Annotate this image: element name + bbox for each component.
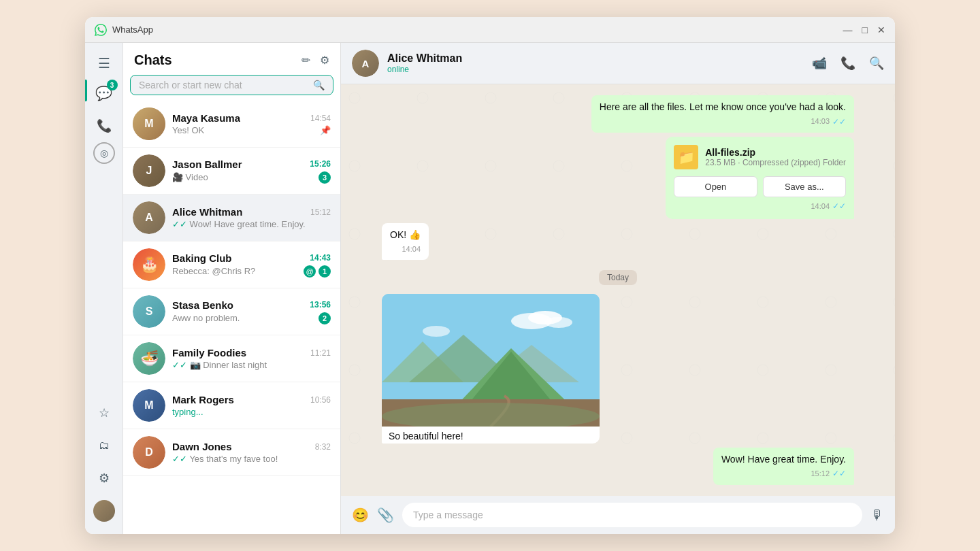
- date-divider: Today: [382, 271, 854, 283]
- unread-badge-jason: 3: [318, 171, 331, 184]
- avatar-maya: M: [133, 107, 165, 140]
- nav-bottom: ☆ 🗂 ⚙: [91, 399, 118, 527]
- nav-chats[interactable]: 💬 3: [91, 80, 118, 107]
- app-title: WhatsApp: [112, 24, 843, 35]
- emoji-icon[interactable]: 😊: [352, 507, 369, 523]
- chat-preview-jason: 🎥 Video: [172, 172, 318, 182]
- chat-item-stasa[interactable]: S Stasa Benko 13:56 Aww no problem. 2: [123, 288, 340, 335]
- new-chat-icon[interactable]: ✏: [301, 54, 310, 67]
- nav-status[interactable]: ◎: [93, 142, 115, 164]
- chat-item-maya[interactable]: M Maya Kasuma 14:54 Yes! OK 📌: [123, 101, 340, 148]
- unread-badge-stasa: 2: [318, 312, 331, 324]
- chat-time-maya: 14:54: [310, 114, 331, 123]
- msg-3-text: OK! 👍: [390, 229, 421, 240]
- chat-area: A Alice Whitman online 📹 📞 🔍 Here are al…: [341, 43, 895, 534]
- active-indicator: [85, 80, 87, 101]
- chat-preview-alice: ✓✓ Wow! Have great time. Enjoy.: [172, 219, 331, 229]
- chat-preview-mark: typing...: [172, 407, 331, 417]
- nav-profile[interactable]: [91, 497, 118, 524]
- chat-time-mark: 10:56: [310, 395, 331, 405]
- search-bar: 🔍: [130, 75, 333, 95]
- msg-1-text: Here are all the files. Let me know once…: [600, 101, 846, 112]
- chat-list-panel: Chats ✏ ⚙ 🔍 M Maya Kasuma: [123, 43, 341, 534]
- msg-2-time: 14:04: [811, 202, 830, 210]
- msg-6-time: 15:12: [811, 469, 830, 479]
- chat-header-avatar[interactable]: A: [352, 50, 379, 77]
- chat-info-mark: Mark Rogers 10:56 typing...: [172, 394, 331, 417]
- chat-item-family[interactable]: 🍜 Family Foodies 11:21 ✓✓ 📷 Dinner last …: [123, 335, 340, 382]
- voice-call-icon[interactable]: 📞: [840, 56, 855, 71]
- chat-item-dawn[interactable]: D Dawn Jones 8:32 ✓✓ Yes that's my fave …: [123, 429, 340, 476]
- avatar-alice: A: [133, 201, 165, 234]
- chat-header-name: Alice Whitman: [387, 52, 804, 65]
- chat-name-family: Family Foodies: [172, 347, 246, 358]
- chat-header: A Alice Whitman online 📹 📞 🔍: [341, 43, 895, 84]
- video-call-icon[interactable]: 📹: [812, 56, 827, 71]
- maximize-button[interactable]: □: [862, 25, 868, 35]
- nav-archive[interactable]: 🗂: [91, 432, 118, 459]
- chat-list-title: Chats: [134, 52, 172, 68]
- nav-starred[interactable]: ☆: [91, 399, 118, 427]
- chat-name-mark: Mark Rogers: [172, 394, 234, 405]
- msg-1-time: 14:03: [811, 116, 830, 127]
- chat-info-family: Family Foodies 11:21 ✓✓ 📷 Dinner last ni…: [172, 347, 331, 370]
- chat-info-jason: Jason Ballmer 15:26 🎥 Video 3: [172, 158, 331, 184]
- chat-item-mark[interactable]: M Mark Rogers 10:56 typing...: [123, 382, 340, 429]
- file-actions: Open Save as...: [674, 176, 846, 197]
- avatar-mark: M: [133, 389, 165, 422]
- chat-name-maya: Maya Kasuma: [172, 112, 240, 124]
- avatar-stasa: S: [133, 295, 165, 328]
- chat-messages: Here are all the files. Let me know once…: [341, 84, 895, 496]
- message-input[interactable]: [402, 503, 862, 527]
- chat-time-family: 11:21: [310, 348, 331, 358]
- chat-info-baking: Baking Club 14:43 Rebecca: @Chris R? @ 1: [172, 252, 331, 278]
- file-name: All-files.zip: [705, 147, 846, 158]
- main-content: ☰ 💬 3 📞 ◎ ☆ 🗂 ⚙ Cha: [85, 43, 895, 534]
- msg-6-ticks: ✓✓: [832, 468, 846, 480]
- chat-time-stasa: 13:56: [310, 300, 331, 310]
- chat-name-alice: Alice Whitman: [172, 206, 242, 218]
- mention-badge-baking: @: [304, 265, 316, 278]
- chats-badge: 3: [107, 80, 118, 90]
- chat-name-stasa: Stasa Benko: [172, 299, 233, 311]
- file-icon: 📁: [674, 145, 698, 169]
- chat-name-baking: Baking Club: [172, 252, 232, 264]
- date-label: Today: [599, 270, 637, 285]
- chat-time-dawn: 8:32: [315, 442, 331, 452]
- title-bar: WhatsApp — □ ✕: [85, 17, 895, 43]
- open-button[interactable]: Open: [674, 176, 757, 197]
- chat-info-stasa: Stasa Benko 13:56 Aww no problem. 2: [172, 299, 331, 324]
- attach-icon[interactable]: 📎: [377, 507, 394, 523]
- file-size: 23.5 MB · Compressed (zipped) Folder: [705, 158, 846, 167]
- nav-calls[interactable]: 📞: [91, 112, 118, 139]
- nav-menu[interactable]: ☰: [91, 50, 118, 77]
- image-content: [382, 294, 600, 427]
- filter-icon[interactable]: ⚙: [320, 54, 329, 67]
- search-chat-icon[interactable]: 🔍: [869, 56, 884, 71]
- chat-header-status: online: [387, 65, 804, 74]
- avatar-family: 🍜: [133, 342, 165, 375]
- pin-icon-maya: 📌: [320, 125, 331, 135]
- avatar-baking: 🎂: [133, 248, 165, 281]
- chat-item-baking[interactable]: 🎂 Baking Club 14:43 Rebecca: @Chris R? @…: [123, 241, 340, 288]
- window-controls: — □ ✕: [843, 25, 885, 35]
- chat-item-alice[interactable]: A Alice Whitman 15:12 ✓✓ Wow! Have great…: [123, 195, 340, 241]
- save-as-button[interactable]: Save as...: [763, 176, 846, 197]
- avatar-jason: J: [133, 154, 165, 187]
- search-input[interactable]: [139, 80, 313, 90]
- avatar-dawn: D: [133, 436, 165, 469]
- msg-6: Wow! Have great time. Enjoy. 15:12 ✓✓: [713, 448, 854, 485]
- msg-5-image: So beautiful here! ❤️ 15:06: [382, 294, 600, 443]
- app-window: WhatsApp — □ ✕ ☰ 💬 3 📞 ◎ ☆ 🗂: [85, 17, 895, 534]
- chat-name-jason: Jason Ballmer: [172, 158, 242, 170]
- chat-item-jason[interactable]: J Jason Ballmer 15:26 🎥 Video 3: [123, 148, 340, 195]
- chat-time-jason: 15:26: [310, 159, 331, 169]
- voice-icon[interactable]: 🎙: [870, 507, 884, 523]
- nav-settings[interactable]: ⚙: [91, 465, 118, 492]
- search-icon: 🔍: [313, 80, 325, 90]
- chat-time-baking: 14:43: [310, 253, 331, 263]
- close-button[interactable]: ✕: [877, 25, 885, 35]
- chat-name-dawn: Dawn Jones: [172, 441, 232, 452]
- chat-list-header: Chats ✏ ⚙: [123, 43, 340, 75]
- minimize-button[interactable]: —: [843, 25, 853, 35]
